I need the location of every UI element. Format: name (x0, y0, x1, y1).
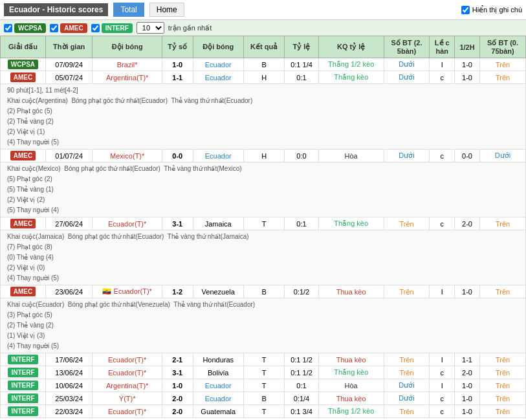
cell-sbt2: Trên (480, 366, 526, 379)
cell-sbt: Trên (384, 217, 430, 230)
col-result: Kết quả (243, 36, 284, 58)
cell-kr: Thắng 1/2 kèo (318, 58, 384, 71)
cell-kr: Thắng 1/2 kèo (318, 405, 384, 418)
cell-time: 05/07/24 (45, 71, 92, 84)
cell-ratio: 0:1 (285, 71, 318, 84)
league-badge: INTERF (8, 393, 38, 403)
cell-half: 1-0 (455, 285, 480, 298)
cell-half: 1-0 (455, 71, 480, 84)
cell-score: 3-1 (162, 217, 193, 230)
cell-home: Ecuador(T)* (93, 217, 162, 230)
table-detail-row: Khai cuộc(Ecuador) Bóng phạt góc thứ nhấ… (1, 298, 526, 353)
cell-sbt2: Dưới (480, 149, 526, 162)
col-sbt: Số BT (2.5bàn) (384, 36, 430, 58)
filter-interf: INTERF (91, 23, 133, 33)
cell-sbt2: Trên (480, 58, 526, 71)
cell-sbt2: Trên (480, 285, 526, 298)
recent-label: trận gần nhất (168, 24, 212, 32)
cell-sbt: Trên (384, 405, 430, 418)
cell-lec: c (430, 149, 455, 162)
checkbox-amec[interactable] (50, 24, 58, 32)
col-time: Thời gian (45, 36, 92, 58)
league-badge: AMEC (10, 219, 36, 228)
filter-amec: AMEC (50, 23, 87, 33)
cell-time: 27/06/24 (45, 217, 92, 230)
cell-sbt: Dưới (384, 392, 430, 405)
cell-home: Ecuador(T)* (93, 353, 162, 366)
cell-score: 1-0 (162, 58, 193, 71)
cell-time: 01/07/24 (45, 149, 92, 162)
cell-score: 1-1 (162, 71, 193, 84)
table-row: AMEC 27/06/24 Ecuador(T)* 3-1 Jamaica T … (1, 217, 526, 230)
cell-sbt: Dưới (384, 379, 430, 392)
cell-league: INTERF (1, 353, 46, 366)
cell-sbt: Dưới (384, 58, 430, 71)
table-row: AMEC 05/07/24 Argentina(T)* 1-1 Ecuador … (1, 71, 526, 84)
cell-detail: Khai cuộc(Ecuador) Bóng phạt góc thứ nhấ… (1, 298, 526, 353)
league-badge: WCPSA (8, 60, 38, 69)
cell-score: 1-0 (162, 379, 193, 392)
col-league: Giải đấu (1, 36, 46, 58)
cell-away: Bolivia (193, 366, 243, 379)
cell-home: Ecuador(T)* (93, 366, 162, 379)
cell-half: 1-0 (455, 405, 480, 418)
table-header: Giải đấu Thời gian Đội bóng Tỷ số Đội bó… (1, 36, 526, 58)
league-badge: AMEC (10, 287, 36, 296)
league-badge: AMEC (10, 72, 36, 82)
cell-lec: c (430, 392, 455, 405)
checkbox-wcpsa[interactable] (4, 24, 12, 32)
cell-kr: Thắng kèo (318, 366, 384, 379)
col-kr: KQ tỷ lệ (318, 36, 384, 58)
cell-lec: I (430, 379, 455, 392)
col-lec: Lề chàn (430, 36, 455, 58)
league-badge: INTERF (8, 381, 38, 390)
col-sbt2: Số BT (0.75bàn) (480, 36, 526, 58)
cell-league: INTERF (1, 405, 46, 418)
recent-select[interactable]: 102030 (137, 22, 164, 34)
cell-home: Brazil* (93, 58, 162, 71)
col-away: Đội bóng (193, 36, 243, 58)
tab-home[interactable]: Home (149, 3, 184, 17)
cell-result: B (243, 58, 284, 71)
cell-half: 1-1 (455, 353, 480, 366)
cell-sbt: Trên (384, 353, 430, 366)
cell-league: INTERF (1, 366, 46, 379)
cell-lec: I (430, 285, 455, 298)
cell-lec: c (430, 71, 455, 84)
cell-time: 23/06/24 (45, 285, 92, 298)
cell-score: 2-0 (162, 405, 193, 418)
badge-interf: INTERF (102, 23, 133, 33)
page-title: Ecuador - Historic scores (4, 3, 108, 16)
cell-result: T (243, 405, 284, 418)
cell-home: Argentina(T)* (93, 379, 162, 392)
checkbox-interf[interactable] (91, 24, 100, 32)
cell-kr: Hòa (318, 149, 384, 162)
cell-ratio: 0:1 (285, 379, 318, 392)
cell-time: 07/09/24 (45, 58, 92, 71)
cell-half: 2-0 (455, 366, 480, 379)
cell-time: 10/06/24 (45, 379, 92, 392)
cell-away: Ecuador (193, 58, 243, 71)
cell-league: WCPSA (1, 58, 46, 71)
cell-result: T (243, 366, 284, 379)
cell-sbt: Trên (384, 285, 430, 298)
cell-ratio: 0:1/4 (285, 392, 318, 405)
cell-away: Ecuador (193, 379, 243, 392)
cell-sbt: Dưới (384, 149, 430, 162)
cell-score: 2-0 (162, 392, 193, 405)
legend-checkbox[interactable] (461, 6, 470, 14)
col-ratio: Tỷ lệ (285, 36, 318, 58)
cell-time: 22/03/24 (45, 405, 92, 418)
cell-away: Venezuela (193, 285, 243, 298)
badge-amec: AMEC (60, 23, 87, 33)
cell-result: H (243, 149, 284, 162)
league-badge: AMEC (10, 151, 36, 160)
cell-ratio: 0:1/2 (285, 285, 318, 298)
tab-total[interactable]: Total (113, 3, 144, 17)
league-badge: INTERF (8, 406, 38, 416)
table-row: INTERF 25/03/24 Ý(T)* 2-0 Ecuador B 0:1/… (1, 392, 526, 405)
table-row: AMEC 23/06/24 🇪🇨 Ecuador(T)* 1-2 Venezue… (1, 285, 526, 298)
cell-score: 0-0 (162, 149, 193, 162)
cell-away: Guatemala (193, 405, 243, 418)
cell-ratio: 0:1 1/2 (285, 366, 318, 379)
